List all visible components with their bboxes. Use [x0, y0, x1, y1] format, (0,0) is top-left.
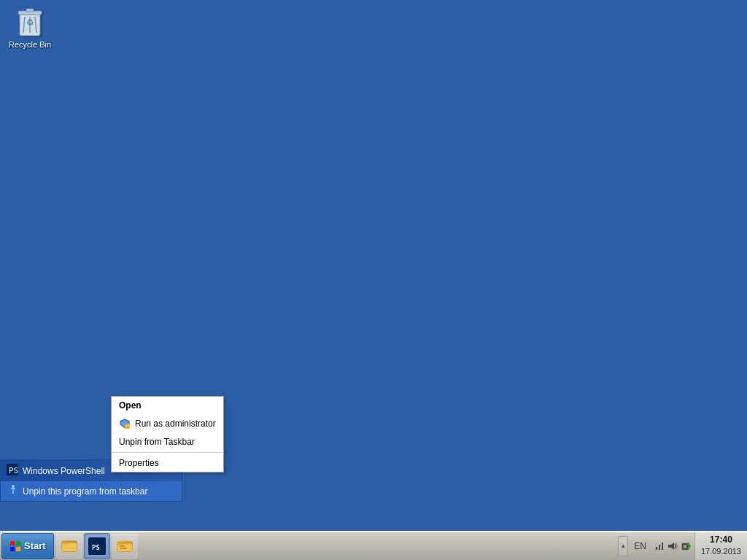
svg-rect-32	[662, 542, 663, 550]
svg-point-15	[12, 485, 15, 488]
network-tray-icon[interactable]	[654, 540, 665, 552]
svg-text:PS: PS	[92, 544, 100, 551]
svg-marker-33	[668, 542, 674, 550]
svg-rect-35	[684, 545, 686, 548]
taskbar-item-powershell[interactable]: PS	[84, 533, 110, 559]
svg-rect-18	[10, 547, 15, 551]
powershell-icon-small: PS	[7, 464, 18, 478]
svg-marker-36	[688, 542, 691, 551]
powershell-icon: PS	[88, 537, 106, 555]
svg-rect-22	[62, 541, 68, 544]
folder-icon	[116, 537, 133, 555]
svg-rect-17	[16, 541, 20, 545]
clock-date: 17.09.2013	[701, 546, 741, 557]
svg-rect-31	[659, 545, 660, 550]
svg-rect-30	[656, 547, 657, 550]
clock-time: 17:40	[710, 534, 732, 546]
windows-logo-icon	[9, 540, 21, 552]
ctx-run-admin-label: Run as administrator	[135, 419, 216, 429]
unpin-program-item[interactable]: Unpin this program from taskbar	[1, 481, 182, 501]
pin-icon	[8, 485, 18, 497]
ctx-separator	[112, 452, 223, 453]
taskbar-item-explorer[interactable]	[56, 533, 82, 559]
ctx-open[interactable]: Open	[112, 397, 223, 414]
popup-header-label: Windows PowerShell	[23, 466, 105, 476]
svg-text:PS: PS	[9, 466, 18, 475]
svg-rect-21	[62, 543, 77, 551]
clock-area[interactable]: 17:40 17.09.2013	[694, 532, 747, 560]
svg-rect-29	[120, 548, 127, 549]
svg-text:♻: ♻	[26, 18, 34, 28]
shield-icon: !	[119, 418, 131, 429]
desktop: ♻ Recycle Bin Open ! Run as administrato…	[0, 0, 747, 531]
recycle-bin-label: Recycle Bin	[4, 40, 55, 50]
safely-remove-tray-icon[interactable]	[680, 540, 692, 552]
start-label: Start	[24, 540, 46, 551]
explorer-icon	[61, 537, 78, 555]
tray-icons-area	[651, 540, 694, 552]
context-menu: Open ! Run as administrator Unpin from T…	[111, 396, 224, 472]
language-indicator[interactable]: EN	[630, 541, 651, 551]
volume-tray-icon[interactable]	[667, 540, 678, 552]
svg-rect-19	[16, 547, 20, 551]
taskbar: Start PS ▲ EN	[0, 531, 747, 560]
svg-rect-27	[117, 542, 124, 545]
svg-rect-16	[10, 541, 15, 545]
tray-expand-button[interactable]: ▲	[618, 536, 628, 556]
taskbar-item-folder[interactable]	[112, 533, 138, 559]
ctx-properties[interactable]: Properties	[112, 454, 223, 472]
svg-rect-28	[120, 545, 125, 547]
ctx-unpin-taskbar[interactable]: Unpin from Taskbar	[112, 433, 223, 451]
system-tray: ▲ EN	[618, 532, 747, 560]
start-button[interactable]: Start	[1, 533, 54, 559]
recycle-bin-icon[interactable]: ♻ Recycle Bin	[4, 4, 55, 50]
svg-rect-5	[26, 9, 34, 12]
ctx-run-admin[interactable]: ! Run as administrator	[112, 414, 223, 433]
unpin-program-label: Unpin this program from taskbar	[23, 486, 147, 497]
